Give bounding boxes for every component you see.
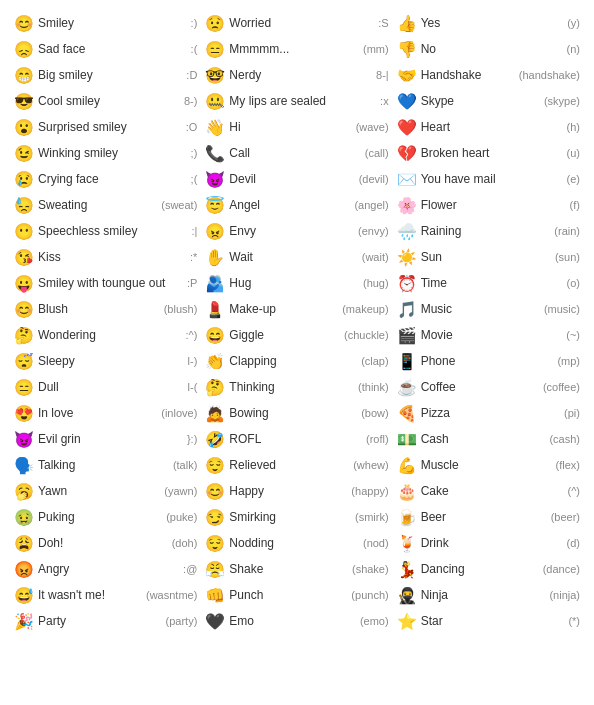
emoji-code: (makeup) <box>342 303 388 315</box>
list-item[interactable]: 🍺Beer(beer) <box>393 504 584 530</box>
list-item[interactable]: 🤣ROFL(rofl) <box>201 426 392 452</box>
emoji-label: Mmmmm... <box>225 42 363 56</box>
emoji-label: Talking <box>34 458 173 472</box>
list-item[interactable]: 😎Cool smiley8-) <box>10 88 201 114</box>
list-item[interactable]: 🎂Cake(^) <box>393 478 584 504</box>
list-item[interactable]: 💪Muscle(flex) <box>393 452 584 478</box>
list-item[interactable]: 😤Shake(shake) <box>201 556 392 582</box>
list-item[interactable]: 🎉Party(party) <box>10 608 201 634</box>
list-item[interactable]: 🤔Thinking(think) <box>201 374 392 400</box>
emoji-icon: 🎬 <box>397 325 417 345</box>
list-item[interactable]: 🥷Ninja(ninja) <box>393 582 584 608</box>
emoji-code: (hug) <box>363 277 389 289</box>
list-item[interactable]: 😌Nodding(nod) <box>201 530 392 556</box>
list-item[interactable]: 👏Clapping(clap) <box>201 348 392 374</box>
emoji-label: Handshake <box>417 68 519 82</box>
list-item[interactable]: 🎬Movie(~) <box>393 322 584 348</box>
list-item[interactable]: 😑Dulll-( <box>10 374 201 400</box>
list-item[interactable]: ⭐Star(*) <box>393 608 584 634</box>
emoji-code: :O <box>186 121 198 133</box>
list-item[interactable]: 😉Winking smiley;) <box>10 140 201 166</box>
list-item[interactable]: 😓Sweating(sweat) <box>10 192 201 218</box>
list-item[interactable]: 😡Angry:@ <box>10 556 201 582</box>
emoji-icon: 😉 <box>14 143 34 163</box>
list-item[interactable]: 🤢Puking(puke) <box>10 504 201 530</box>
list-item[interactable]: 🎵Music(music) <box>393 296 584 322</box>
emoji-label: Make-up <box>225 302 342 316</box>
list-item[interactable]: 🖤Emo(emo) <box>201 608 392 634</box>
list-item[interactable]: 👍Yes(y) <box>393 10 584 36</box>
emoji-icon: 😌 <box>205 533 225 553</box>
list-item[interactable]: 🙇Bowing(bow) <box>201 400 392 426</box>
list-item[interactable]: 😞Sad face:( <box>10 36 201 62</box>
list-item[interactable]: 🗣️Talking(talk) <box>10 452 201 478</box>
list-item[interactable]: 👋Hi(wave) <box>201 114 392 140</box>
emoji-code: (clap) <box>361 355 389 367</box>
emoji-code: (music) <box>544 303 580 315</box>
emoji-label: In love <box>34 406 161 420</box>
list-item[interactable]: ✋Wait(wait) <box>201 244 392 270</box>
list-item[interactable]: 😠Envy(envy) <box>201 218 392 244</box>
list-item[interactable]: 😴Sleepyl-) <box>10 348 201 374</box>
list-item[interactable]: 📱Phone(mp) <box>393 348 584 374</box>
emoji-label: Yawn <box>34 484 164 498</box>
list-item[interactable]: 😈Devil(devil) <box>201 166 392 192</box>
list-item[interactable]: 😊Happy(happy) <box>201 478 392 504</box>
emoji-label: Sleepy <box>34 354 188 368</box>
list-item[interactable]: 🍕Pizza(pi) <box>393 400 584 426</box>
emoji-code: (y) <box>567 17 580 29</box>
list-item[interactable]: ☀️Sun(sun) <box>393 244 584 270</box>
list-item[interactable]: 😊Smiley:) <box>10 10 201 36</box>
list-item[interactable]: ❤️Heart(h) <box>393 114 584 140</box>
list-item[interactable]: 👎No(n) <box>393 36 584 62</box>
list-item[interactable]: 😇Angel(angel) <box>201 192 392 218</box>
list-item[interactable]: 😈Evil grin}:) <box>10 426 201 452</box>
list-item[interactable]: 🍹Drink(d) <box>393 530 584 556</box>
list-item[interactable]: 🌧️Raining(rain) <box>393 218 584 244</box>
list-item[interactable]: 😏Smirking(smirk) <box>201 504 392 530</box>
emoji-label: Phone <box>417 354 558 368</box>
emoji-label: Smiley with toungue out <box>34 276 187 290</box>
list-item[interactable]: 😢Crying face;( <box>10 166 201 192</box>
emoji-code: (f) <box>570 199 580 211</box>
list-item[interactable]: 🥱Yawn(yawn) <box>10 478 201 504</box>
list-item[interactable]: 😌Relieved(whew) <box>201 452 392 478</box>
emoji-label: Relieved <box>225 458 353 472</box>
list-item[interactable]: 😑Mmmmm...(mm) <box>201 36 392 62</box>
list-item[interactable]: 😮Surprised smiley:O <box>10 114 201 140</box>
list-item[interactable]: 😍In love(inlove) <box>10 400 201 426</box>
emoji-code: (*) <box>568 615 580 627</box>
list-item[interactable]: 🤐My lips are sealed:x <box>201 88 392 114</box>
list-item[interactable]: 📞Call(call) <box>201 140 392 166</box>
list-item[interactable]: ✉️You have mail(e) <box>393 166 584 192</box>
emoji-code: (punch) <box>351 589 388 601</box>
list-item[interactable]: ⏰Time(o) <box>393 270 584 296</box>
emoji-label: Worried <box>225 16 378 30</box>
list-item[interactable]: 😛Smiley with toungue out:P <box>10 270 201 296</box>
list-item[interactable]: 😶Speechless smiley:| <box>10 218 201 244</box>
emoji-icon: 🥷 <box>397 585 417 605</box>
emoji-icon: 😏 <box>205 507 225 527</box>
list-item[interactable]: 💔Broken heart(u) <box>393 140 584 166</box>
list-item[interactable]: 😟Worried:S <box>201 10 392 36</box>
list-item[interactable]: 🌸Flower(f) <box>393 192 584 218</box>
list-item[interactable]: 😩Doh!(doh) <box>10 530 201 556</box>
list-item[interactable]: 💵Cash(cash) <box>393 426 584 452</box>
list-item[interactable]: 😘Kiss:* <box>10 244 201 270</box>
list-item[interactable]: 💄Make-up(makeup) <box>201 296 392 322</box>
list-item[interactable]: ☕Coffee(coffee) <box>393 374 584 400</box>
list-item[interactable]: 😊Blush(blush) <box>10 296 201 322</box>
list-item[interactable]: 👊Punch(punch) <box>201 582 392 608</box>
list-item[interactable]: 💃Dancing(dance) <box>393 556 584 582</box>
list-item[interactable]: 😅It wasn't me!(wasntme) <box>10 582 201 608</box>
list-item[interactable]: 🤓Nerdy8-| <box>201 62 392 88</box>
list-item[interactable]: 🤔Wondering:^) <box>10 322 201 348</box>
list-item[interactable]: 🤝Handshake(handshake) <box>393 62 584 88</box>
emoji-label: Star <box>417 614 569 628</box>
list-item[interactable]: 😄Giggle(chuckle) <box>201 322 392 348</box>
emoji-label: Drink <box>417 536 567 550</box>
emoji-icon: ✋ <box>205 247 225 267</box>
list-item[interactable]: 🫂Hug(hug) <box>201 270 392 296</box>
list-item[interactable]: 💙Skype(skype) <box>393 88 584 114</box>
list-item[interactable]: 😁Big smiley:D <box>10 62 201 88</box>
